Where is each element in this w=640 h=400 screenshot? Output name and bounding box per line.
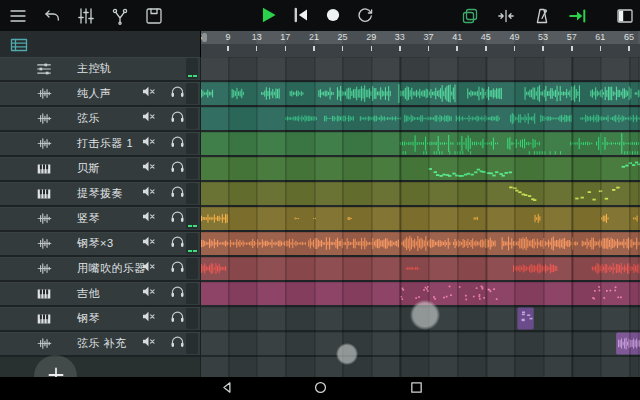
play-button[interactable] bbox=[258, 4, 279, 25]
metronome-button[interactable] bbox=[531, 5, 552, 26]
level-meter[interactable] bbox=[186, 283, 198, 304]
bar-tick bbox=[227, 46, 229, 51]
track-row-1[interactable]: 主控轨 bbox=[0, 57, 200, 80]
loop-button[interactable] bbox=[354, 4, 375, 25]
meter-led bbox=[193, 250, 197, 253]
track-row-9[interactable]: 用嘴吹的乐器 bbox=[0, 257, 200, 280]
track-row-6[interactable]: 提琴拨奏 bbox=[0, 182, 200, 205]
nav-recents-button[interactable] bbox=[407, 380, 425, 398]
tracklist-icon bbox=[9, 35, 29, 55]
track-row-5[interactable]: 贝斯 bbox=[0, 157, 200, 180]
snap-button[interactable] bbox=[495, 5, 516, 26]
mute-button[interactable] bbox=[138, 333, 158, 354]
track-lane-7[interactable] bbox=[201, 207, 640, 230]
level-meter[interactable] bbox=[186, 308, 198, 329]
edit-tool-button[interactable] bbox=[109, 5, 130, 26]
bar-numbers-band[interactable]: 591317212529333741454953576165 bbox=[201, 31, 640, 44]
track-row-8[interactable]: 钢琴×3 bbox=[0, 232, 200, 255]
empty-lane-area[interactable] bbox=[201, 357, 640, 377]
nav-home-button[interactable] bbox=[311, 380, 329, 398]
level-meter[interactable] bbox=[186, 58, 198, 79]
speaker-muted-icon bbox=[140, 258, 157, 279]
monitor-button[interactable] bbox=[167, 208, 187, 229]
bar-tick bbox=[628, 46, 630, 51]
undo-button[interactable] bbox=[41, 5, 62, 26]
monitor-button[interactable] bbox=[167, 158, 187, 179]
bar-tick bbox=[371, 46, 373, 51]
mute-button[interactable] bbox=[138, 83, 158, 104]
track-lane-3[interactable] bbox=[201, 107, 640, 130]
track-lane-8[interactable] bbox=[201, 232, 640, 255]
level-meter[interactable] bbox=[186, 208, 198, 229]
level-meter[interactable] bbox=[186, 258, 198, 279]
scrollbar-thumb[interactable] bbox=[202, 33, 207, 42]
skipback-icon bbox=[291, 5, 311, 25]
track-lane-2[interactable] bbox=[201, 82, 640, 105]
track-lane-5[interactable] bbox=[201, 157, 640, 180]
level-meter[interactable] bbox=[186, 333, 198, 354]
timeline-lanes bbox=[201, 57, 640, 377]
track-row-11[interactable]: 钢琴 bbox=[0, 307, 200, 330]
bar-tick bbox=[542, 46, 544, 51]
save-button[interactable] bbox=[143, 5, 164, 26]
track-lane-4[interactable] bbox=[201, 132, 640, 155]
track-lane-6[interactable] bbox=[201, 182, 640, 205]
timeline-ruler[interactable]: 591317212529333741454953576165 bbox=[201, 31, 640, 57]
mute-button[interactable] bbox=[138, 158, 158, 179]
save-icon bbox=[144, 6, 164, 26]
monitor-button[interactable] bbox=[167, 83, 187, 104]
level-meter[interactable] bbox=[186, 233, 198, 254]
monitor-button[interactable] bbox=[167, 333, 187, 354]
track-view-button[interactable] bbox=[8, 34, 29, 55]
track-row-10[interactable]: 吉他 bbox=[0, 282, 200, 305]
mute-button[interactable] bbox=[138, 283, 158, 304]
record-button[interactable] bbox=[322, 4, 343, 25]
mute-button[interactable] bbox=[138, 258, 158, 279]
track-lane-12[interactable] bbox=[201, 332, 640, 355]
mute-button[interactable] bbox=[138, 183, 158, 204]
skip-to-start-button[interactable] bbox=[290, 4, 311, 25]
level-meter[interactable] bbox=[186, 133, 198, 154]
menu-button[interactable] bbox=[7, 5, 28, 26]
level-meter[interactable] bbox=[186, 83, 198, 104]
follow-icon bbox=[567, 6, 588, 26]
audio-waveform-icon bbox=[33, 209, 55, 229]
monitor-button[interactable] bbox=[167, 183, 187, 204]
mute-button[interactable] bbox=[138, 308, 158, 329]
track-row-3[interactable]: 弦乐 bbox=[0, 107, 200, 130]
headphones-icon bbox=[169, 108, 186, 129]
detail-panel-button[interactable] bbox=[614, 5, 635, 26]
navrecents-icon bbox=[408, 379, 425, 400]
monitor-button[interactable] bbox=[167, 108, 187, 129]
track-lane-11[interactable] bbox=[201, 307, 640, 330]
monitor-button[interactable] bbox=[167, 233, 187, 254]
clone-button[interactable] bbox=[459, 5, 480, 26]
clone-icon bbox=[460, 6, 480, 26]
navhome-icon bbox=[312, 379, 329, 400]
track-lane-1[interactable] bbox=[201, 57, 640, 80]
monitor-button[interactable] bbox=[167, 258, 187, 279]
track-row-2[interactable]: 纯人声 bbox=[0, 82, 200, 105]
track-lane-10[interactable] bbox=[201, 282, 640, 305]
level-meter[interactable] bbox=[186, 158, 198, 179]
track-row-7[interactable]: 竖琴 bbox=[0, 207, 200, 230]
level-meter[interactable] bbox=[186, 183, 198, 204]
mute-button[interactable] bbox=[138, 233, 158, 254]
level-meter[interactable] bbox=[186, 108, 198, 129]
follow-playhead-button[interactable] bbox=[567, 5, 588, 26]
bar-number: 57 bbox=[563, 32, 581, 42]
monitor-button[interactable] bbox=[167, 308, 187, 329]
mute-button[interactable] bbox=[138, 208, 158, 229]
monitor-button[interactable] bbox=[167, 283, 187, 304]
mixer-button[interactable] bbox=[75, 5, 96, 26]
track-row-4[interactable]: 打击乐器 1 bbox=[0, 132, 200, 155]
monitor-button[interactable] bbox=[167, 133, 187, 154]
mute-button[interactable] bbox=[138, 108, 158, 129]
speaker-muted-icon bbox=[140, 133, 157, 154]
mute-button[interactable] bbox=[138, 133, 158, 154]
track-row-12[interactable]: 弦乐 补充 bbox=[0, 332, 200, 355]
speaker-muted-icon bbox=[140, 83, 157, 104]
nav-back-button[interactable] bbox=[218, 380, 236, 398]
track-lane-9[interactable] bbox=[201, 257, 640, 280]
audio-waveform-icon bbox=[33, 234, 55, 254]
